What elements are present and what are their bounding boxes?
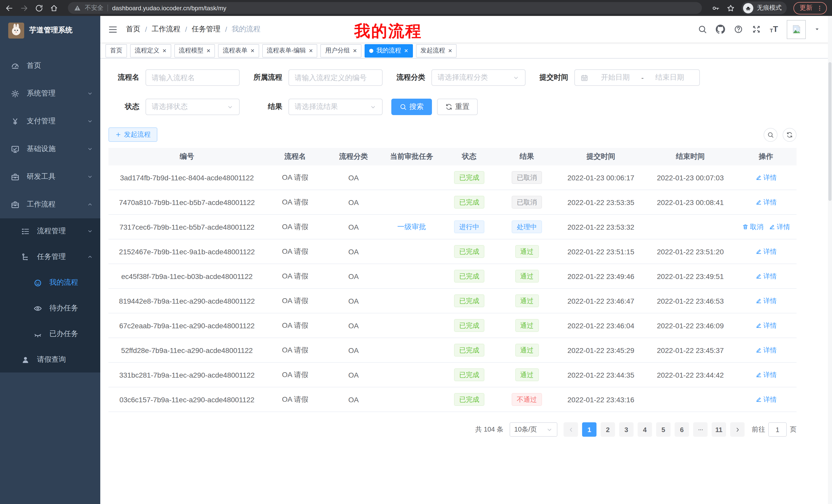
tab-process-model[interactable]: 流程模型×	[174, 44, 215, 57]
cell-id: 7317cec6-7b9b-11ec-b5b7-acde48001122	[108, 223, 265, 231]
table-row: 52ffd28e-7b9a-11ec-a290-acde48001122OA 请…	[108, 338, 797, 363]
pagination-total: 共 104 条	[475, 425, 503, 434]
pagination-page-4[interactable]: 4	[638, 422, 652, 437]
search-button[interactable]: 搜索	[391, 99, 432, 115]
sidebar-item-infrastructure[interactable]: 基础设施	[0, 135, 100, 163]
scrollbar-thumb[interactable]	[828, 62, 831, 201]
hamburger-icon[interactable]	[108, 24, 118, 34]
close-icon[interactable]: ×	[353, 47, 357, 54]
tab-process-form[interactable]: 流程表单×	[218, 44, 259, 57]
sidebar-item-my-process[interactable]: 我的流程	[0, 270, 100, 296]
breadcrumb-item[interactable]: 任务管理	[192, 25, 220, 34]
status-badge: 已完成	[454, 270, 485, 283]
end-date-placeholder[interactable]: 结束日期	[646, 73, 694, 82]
sidebar-item-todo-tasks[interactable]: 待办任务	[0, 296, 100, 321]
fullscreen-icon[interactable]	[752, 25, 761, 34]
sidebar-item-process-management[interactable]: 流程管理	[0, 218, 100, 244]
sidebar-item-leave-query[interactable]: 请假查询	[0, 347, 100, 372]
goto-page-input[interactable]	[768, 422, 787, 437]
status-select[interactable]: 请选择状态	[146, 99, 240, 115]
process-category-select[interactable]: 请选择流程分类	[432, 69, 525, 86]
tab-my-process[interactable]: 我的流程×	[365, 44, 413, 57]
detail-link[interactable]: 详情	[755, 321, 777, 330]
sidebar-item-home[interactable]: 首页	[0, 52, 100, 80]
reset-button[interactable]: 重置	[437, 99, 478, 115]
tab-home[interactable]: 首页	[105, 44, 127, 57]
task-link[interactable]: 一级审批	[397, 222, 426, 230]
browser-menu-icon[interactable]	[816, 4, 823, 11]
status-badge: 已完成	[454, 368, 485, 381]
close-icon[interactable]: ×	[251, 47, 254, 54]
detail-link[interactable]: 详情	[755, 247, 777, 256]
sidebar-item-payment-management[interactable]: 支付管理	[0, 107, 100, 135]
start-process-button[interactable]: 发起流程	[108, 128, 157, 142]
close-icon[interactable]: ×	[404, 47, 408, 54]
start-date-placeholder[interactable]: 开始日期	[591, 73, 639, 82]
password-key-icon[interactable]	[712, 4, 720, 12]
process-definition-input[interactable]	[288, 69, 383, 86]
detail-link[interactable]: 详情	[755, 370, 777, 380]
detail-link[interactable]: 详情	[755, 173, 777, 182]
detail-link[interactable]: 详情	[755, 296, 777, 305]
pagination-more[interactable]	[693, 422, 707, 437]
page-size-select[interactable]: 10条/页	[510, 422, 557, 437]
close-icon[interactable]: ×	[309, 47, 313, 54]
table-row: 2152467e-7b9b-11ec-9a1b-acde48001122OA 请…	[108, 240, 797, 264]
close-icon[interactable]: ×	[206, 47, 210, 54]
help-icon[interactable]	[734, 25, 743, 34]
tab-process-definition[interactable]: 流程定义×	[130, 44, 171, 57]
sidebar-item-dev-tools[interactable]: 研发工具	[0, 163, 100, 191]
breadcrumb-item[interactable]: 首页	[126, 25, 140, 34]
cell-end-time: 2022-01-23 00:07:03	[645, 173, 735, 181]
font-size-icon[interactable]: TT	[770, 25, 778, 33]
cancel-link[interactable]: 取消	[742, 222, 763, 231]
detail-link[interactable]: 详情	[755, 345, 777, 355]
detail-link[interactable]: 详情	[755, 272, 777, 281]
tab-process-form-edit[interactable]: 流程表单-编辑×	[262, 44, 317, 57]
detail-link[interactable]: 详情	[755, 198, 777, 207]
close-icon[interactable]: ×	[162, 47, 166, 54]
browser-forward-icon[interactable]	[20, 4, 28, 12]
pagination-page-6[interactable]: 6	[675, 422, 689, 437]
tab-start-process[interactable]: 发起流程×	[416, 44, 457, 57]
search-icon[interactable]	[698, 25, 707, 34]
plus-icon	[115, 132, 121, 138]
page-scrollbar[interactable]	[828, 16, 832, 504]
breadcrumb-item[interactable]: 工作流程	[152, 25, 181, 34]
pagination-prev-button[interactable]	[564, 422, 578, 437]
avatar[interactable]	[787, 20, 806, 39]
submit-time-range-picker[interactable]: 开始日期 - 结束日期	[574, 69, 700, 86]
bookmark-star-icon[interactable]	[727, 4, 735, 12]
pagination-page-3[interactable]: 3	[619, 422, 633, 437]
sidebar-item-done-tasks[interactable]: 已办任务	[0, 321, 100, 347]
toggle-search-button[interactable]	[763, 128, 778, 142]
github-icon[interactable]	[716, 25, 725, 34]
browser-reload-icon[interactable]	[35, 4, 43, 12]
sidebar-item-task-management[interactable]: 任务管理	[0, 244, 100, 270]
process-name-input[interactable]	[146, 69, 240, 86]
close-icon[interactable]: ×	[448, 47, 452, 54]
pagination-next-button[interactable]	[730, 422, 745, 437]
detail-link[interactable]: 详情	[769, 222, 790, 231]
sidebar-logo-row[interactable]: 芋道管理系统	[0, 16, 100, 45]
browser-home-icon[interactable]	[50, 4, 58, 12]
browser-back-icon[interactable]	[5, 4, 14, 12]
sidebar-item-system-management[interactable]: 系统管理	[0, 80, 100, 107]
pagination-page-2[interactable]: 2	[601, 422, 615, 437]
pagination-page-11[interactable]: 11	[712, 422, 726, 437]
avatar-caret-icon[interactable]	[814, 27, 820, 32]
result-badge: 通过	[515, 295, 539, 307]
result-badge: 不通过	[512, 393, 542, 406]
pagination-page-5[interactable]: 5	[656, 422, 671, 437]
address-bar[interactable]: 不安全 dashboard.yudao.iocoder.cn/bpm/task/…	[68, 2, 702, 14]
cell-current-task: 一级审批	[382, 222, 441, 231]
detail-link[interactable]: 详情	[755, 395, 777, 404]
refresh-table-button[interactable]	[783, 128, 797, 142]
result-select[interactable]: 请选择流结果	[288, 99, 383, 115]
tab-user-group[interactable]: 用户分组×	[321, 44, 362, 57]
browser-update-button[interactable]: 更新	[794, 2, 827, 14]
sidebar-item-workflow[interactable]: 工作流程	[0, 191, 100, 218]
pagination-page-1[interactable]: 1	[582, 422, 597, 437]
cell-end-time: 2022-01-23 00:08:41	[645, 198, 735, 206]
gear-icon	[11, 89, 20, 98]
